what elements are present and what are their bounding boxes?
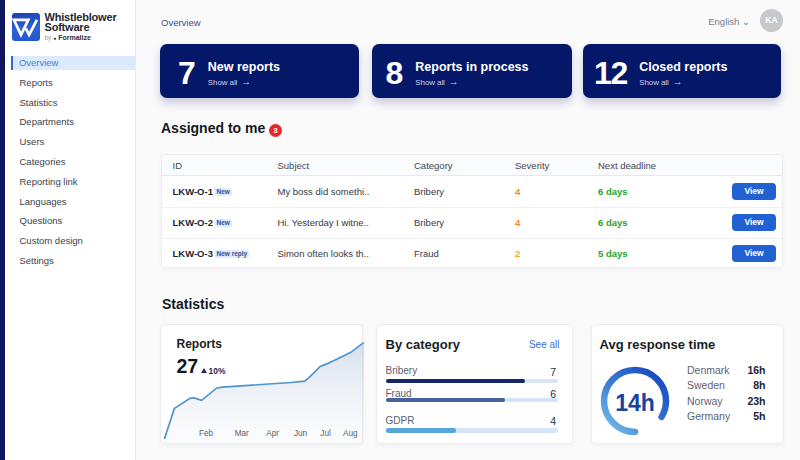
svg-text:Aug: Aug: [343, 429, 358, 438]
svg-text:14h: 14h: [615, 390, 655, 416]
svg-text:Jul: Jul: [320, 429, 331, 438]
svg-text:Jun: Jun: [294, 429, 308, 438]
svg-text:Apr: Apr: [266, 429, 279, 438]
svg-text:Mar: Mar: [235, 429, 249, 438]
svg-text:Feb: Feb: [199, 429, 214, 438]
